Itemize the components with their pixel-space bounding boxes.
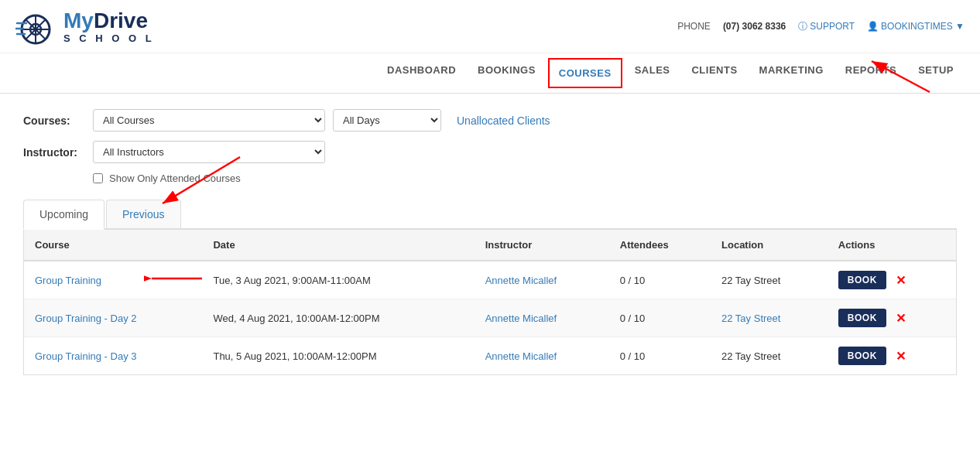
bookingtimes-link[interactable]: 👤BOOKINGTIMES ▼ (867, 21, 965, 32)
instructor-filter-row: Instructor: All Instructors (23, 141, 957, 163)
col-instructor: Instructor (475, 230, 609, 261)
logo-my: My (63, 9, 94, 32)
course-cell-2: Group Training - Day 2 (24, 299, 202, 337)
location-cell-2: 22 Tay Street (711, 299, 828, 337)
table-header: Course Date Instructor Attendees Locatio… (24, 230, 956, 261)
col-actions: Actions (828, 230, 956, 261)
instructor-select[interactable]: All Instructors (93, 141, 325, 163)
attendees-cell-1: 0 / 10 (609, 261, 711, 299)
nav-setup[interactable]: SETUP (907, 53, 965, 93)
courses-table-container: Course Date Instructor Attendees Locatio… (23, 230, 957, 375)
table-row: Group Training Tue, 3 Aug 2021, 9:00AM-1… (24, 261, 956, 299)
attendees-cell-3: 0 / 10 (609, 337, 711, 375)
logo-drive: Drive (94, 9, 148, 32)
table-body: Group Training Tue, 3 Aug 2021, 9:00AM-1… (24, 261, 956, 374)
course-cell-3: Group Training - Day 3 (24, 337, 202, 375)
actions-cell-2: BOOK ✕ (828, 299, 956, 337)
courses-select[interactable]: All Courses (93, 109, 325, 132)
col-course: Course (24, 230, 202, 261)
nav-wrapper: DASHBOARD BOOKINGS COURSES SALES CLIENTS… (0, 53, 980, 94)
courses-table: Course Date Instructor Attendees Locatio… (24, 230, 956, 374)
user-icon: 👤 (867, 21, 879, 32)
col-attendees: Attendees (609, 230, 711, 261)
book-button-3[interactable]: BOOK (838, 347, 886, 365)
main-nav: DASHBOARD BOOKINGS COURSES SALES CLIENTS… (0, 53, 980, 94)
course-link-2[interactable]: Group Training - Day 2 (35, 313, 137, 324)
tab-previous[interactable]: Previous (106, 200, 180, 228)
nav-bookings[interactable]: BOOKINGS (467, 53, 547, 93)
nav-reports[interactable]: REPORTS (834, 53, 907, 93)
instructor-cell-2: Annette Micallef (475, 299, 609, 337)
book-button-1[interactable]: BOOK (838, 271, 886, 289)
instructor-cell-3: Annette Micallef (475, 337, 609, 375)
tabs: Upcoming Previous (23, 200, 957, 230)
top-bar: MyDrive S C H O O L PHONE (07) 3062 8336… (0, 0, 980, 53)
question-icon: ⓘ (798, 21, 807, 32)
table-row: Group Training - Day 2 Wed, 4 Aug 2021, … (24, 299, 956, 337)
show-attended-label: Show Only Attended Courses (109, 173, 241, 184)
phone-label: PHONE (677, 21, 711, 32)
location-cell-1: 22 Tay Street (711, 261, 828, 299)
courses-filter-row: Courses: All Courses All Days Unallocate… (23, 109, 957, 132)
delete-button-2[interactable]: ✕ (896, 311, 906, 326)
course-cell: Group Training (24, 261, 202, 299)
nav-clients[interactable]: CLIENTS (680, 53, 748, 93)
row-arrow-annotation (144, 267, 206, 290)
logo-text: MyDrive S C H O O L (63, 10, 155, 43)
nav-sales[interactable]: SALES (624, 53, 681, 93)
phone-number: (07) 3062 8336 (723, 21, 786, 32)
support-link[interactable]: ⓘSUPPORT (798, 20, 855, 33)
col-date: Date (202, 230, 474, 261)
days-select[interactable]: All Days (333, 109, 441, 132)
tab-upcoming[interactable]: Upcoming (23, 200, 105, 230)
logo-school: S C H O O L (63, 33, 155, 43)
nav-dashboard[interactable]: DASHBOARD (376, 53, 467, 93)
unallocated-clients-link[interactable]: Unallocated Clients (457, 114, 550, 127)
courses-filter-label: Courses: (23, 114, 85, 127)
caret-down-icon: ▼ (955, 21, 965, 32)
logo: MyDrive S C H O O L (15, 6, 155, 46)
course-link-3[interactable]: Group Training - Day 3 (35, 350, 137, 362)
delete-button-3[interactable]: ✕ (896, 349, 906, 364)
instructor-cell-1: Annette Micallef (475, 261, 609, 299)
tabs-wrapper: Upcoming Previous (23, 200, 957, 230)
book-button-2[interactable]: BOOK (838, 309, 886, 327)
nav-marketing[interactable]: MARKETING (749, 53, 834, 93)
show-attended-row: Show Only Attended Courses (93, 173, 957, 184)
instructor-filter-label: Instructor: (23, 146, 85, 159)
location-cell-3: 22 Tay Street (711, 337, 828, 375)
actions-cell-1: BOOK ✕ (828, 261, 956, 299)
show-attended-checkbox[interactable] (93, 173, 103, 183)
table-row: Group Training - Day 3 Thu, 5 Aug 2021, … (24, 337, 956, 375)
date-cell-3: Thu, 5 Aug 2021, 10:00AM-12:00PM (202, 337, 474, 375)
date-cell-2: Wed, 4 Aug 2021, 10:00AM-12:00PM (202, 299, 474, 337)
nav-courses[interactable]: COURSES (548, 58, 622, 88)
page-content: Courses: All Courses All Days Unallocate… (0, 94, 980, 391)
top-bar-right: PHONE (07) 3062 8336 ⓘSUPPORT 👤BOOKINGTI… (677, 20, 965, 33)
location-link-2[interactable]: 22 Tay Street (721, 313, 780, 324)
actions-cell-3: BOOK ✕ (828, 337, 956, 375)
course-link-1[interactable]: Group Training (35, 275, 101, 286)
attendees-cell-2: 0 / 10 (609, 299, 711, 337)
delete-button-1[interactable]: ✕ (896, 273, 906, 288)
date-cell-1: Tue, 3 Aug 2021, 9:00AM-11:00AM (202, 261, 474, 299)
logo-icon (15, 6, 56, 46)
col-location: Location (711, 230, 828, 261)
